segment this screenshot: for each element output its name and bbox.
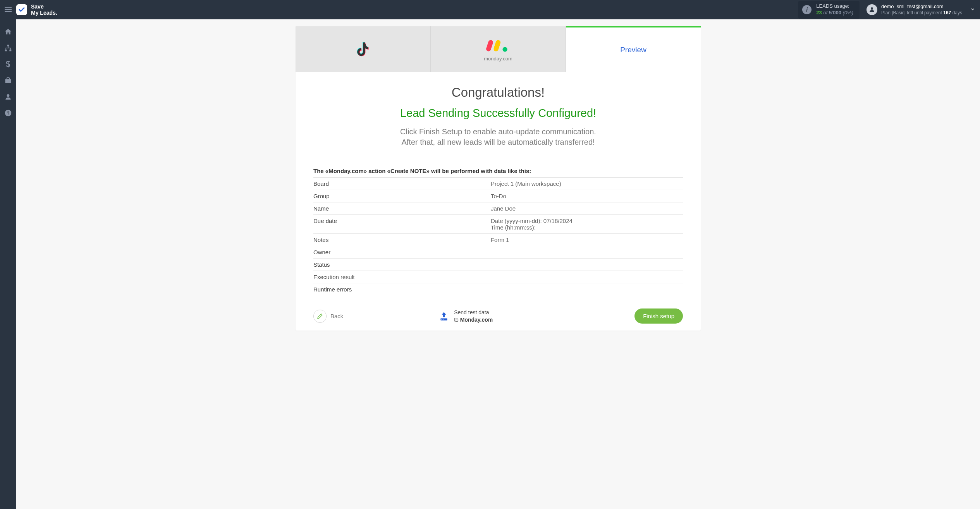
briefcase-icon[interactable]: [4, 77, 12, 84]
row-value: [491, 259, 683, 271]
svg-rect-8: [486, 39, 494, 51]
action-description: The «Monday.com» action «Create NOTE» wi…: [296, 168, 701, 174]
row-key: Notes: [313, 234, 491, 246]
row-key: Name: [313, 202, 491, 215]
row-key: Group: [313, 190, 491, 202]
row-key: Owner: [313, 246, 491, 259]
row-value: Jane Doe: [491, 202, 683, 215]
svg-rect-9: [493, 39, 501, 51]
row-value: [491, 283, 683, 296]
congrats-block: Congratulations! Lead Sending Successful…: [296, 72, 701, 155]
svg-point-13: [443, 319, 444, 320]
row-value: [491, 246, 683, 259]
home-icon[interactable]: [4, 28, 12, 36]
sitemap-icon[interactable]: [4, 44, 12, 52]
usage-values: 23 of 5'000 (0%): [816, 10, 853, 16]
upload-icon: [438, 311, 449, 321]
table-row: Execution result: [313, 271, 683, 283]
svg-point-5: [7, 94, 10, 97]
row-key: Due date: [313, 215, 491, 234]
svg-point-10: [502, 47, 507, 51]
brand-text: Save My Leads.: [31, 3, 57, 16]
usage-label: LEADS usage:: [816, 3, 853, 10]
back-button[interactable]: Back: [313, 310, 343, 323]
checkmark-icon: [18, 6, 25, 13]
row-key: Execution result: [313, 271, 491, 283]
row-value: Date (yyyy-mm-dd): 07/18/2024 Time (hh:m…: [491, 215, 683, 234]
table-row: BoardProject 1 (Main workspace): [313, 178, 683, 190]
leads-usage-box[interactable]: i LEADS usage: 23 of 5'000 (0%): [798, 1, 860, 19]
card-footer: Back Send test data to Monday.com: [296, 295, 701, 331]
svg-rect-1: [7, 45, 9, 46]
table-row: NotesForm 1: [313, 234, 683, 246]
row-value: To-Do: [491, 190, 683, 202]
step-tabs: monday.com Preview: [296, 26, 701, 72]
send-test-label: Send test data to Monday.com: [454, 309, 493, 323]
table-row: Status: [313, 259, 683, 271]
user-account[interactable]: demo_sml_test@gmail.com Plan |Basic| lef…: [867, 3, 962, 16]
congrats-title: Congratulations!: [311, 85, 685, 100]
content-area: monday.com Preview Congratulations! Lead…: [16, 19, 980, 509]
back-label: Back: [330, 313, 343, 319]
row-value: Form 1: [491, 234, 683, 246]
table-row: Runtime errors: [313, 283, 683, 296]
table-row: Owner: [313, 246, 683, 259]
tab-destination-monday[interactable]: monday.com: [431, 26, 566, 72]
pencil-icon: [313, 310, 327, 323]
main-card: monday.com Preview Congratulations! Lead…: [296, 26, 701, 331]
monday-label: monday.com: [484, 56, 512, 62]
svg-point-12: [442, 319, 442, 320]
svg-rect-2: [5, 50, 7, 51]
user-icon[interactable]: [4, 93, 12, 101]
congrats-desc: Click Finish Setup to enable auto-update…: [311, 127, 685, 147]
svg-point-0: [871, 7, 873, 10]
user-email: demo_sml_test@gmail.com: [881, 3, 962, 10]
menu-icon[interactable]: [5, 7, 12, 12]
help-icon[interactable]: ?: [4, 109, 12, 117]
table-row: Due dateDate (yyyy-mm-dd): 07/18/2024 Ti…: [313, 215, 683, 234]
tiktok-icon: [354, 41, 371, 58]
row-value: Project 1 (Main workspace): [491, 178, 683, 190]
row-value: [491, 271, 683, 283]
row-key: Runtime errors: [313, 283, 491, 296]
logo[interactable]: [16, 4, 27, 15]
preview-table: BoardProject 1 (Main workspace)GroupTo-D…: [313, 177, 683, 295]
chevron-down-icon[interactable]: [970, 7, 975, 13]
topbar: Save My Leads. i LEADS usage: 23 of 5'00…: [0, 0, 980, 19]
congrats-subtitle: Lead Sending Successfully Configured!: [311, 107, 685, 120]
finish-setup-button[interactable]: Finish setup: [634, 308, 683, 324]
avatar-icon: [867, 4, 877, 15]
monday-icon: [484, 37, 512, 54]
row-key: Board: [313, 178, 491, 190]
svg-rect-3: [9, 50, 11, 51]
tab-source-tiktok[interactable]: [296, 26, 431, 72]
row-key: Status: [313, 259, 491, 271]
dollar-icon[interactable]: [4, 60, 12, 68]
tab-preview[interactable]: Preview: [566, 26, 701, 72]
info-icon: i: [802, 5, 812, 14]
table-row: NameJane Doe: [313, 202, 683, 215]
sidebar: ?: [0, 19, 16, 509]
svg-text:?: ?: [7, 110, 9, 115]
send-test-button[interactable]: Send test data to Monday.com: [438, 309, 493, 323]
user-plan: Plan |Basic| left until payment 167 days: [881, 10, 962, 16]
svg-rect-4: [5, 79, 11, 83]
table-row: GroupTo-Do: [313, 190, 683, 202]
